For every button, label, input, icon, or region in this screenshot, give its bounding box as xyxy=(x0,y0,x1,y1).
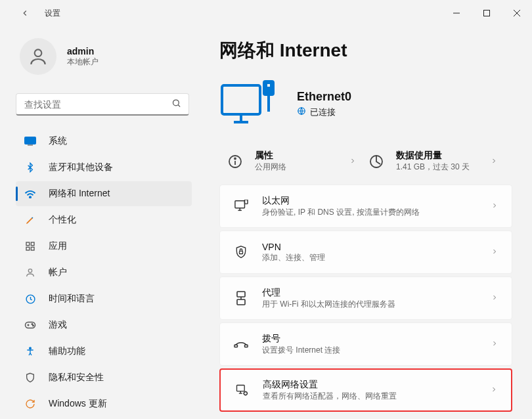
data-usage-sub: 1.41 GB，过去 30 天 xyxy=(396,162,470,173)
setting-vpn[interactable]: VPN 添加、连接、管理 xyxy=(219,231,512,274)
nav-time-language[interactable]: 时间和语言 xyxy=(16,286,192,311)
nav-label: 蓝牙和其他设备 xyxy=(49,162,113,173)
nav-label: 隐私和安全性 xyxy=(49,372,104,384)
chevron-right-icon xyxy=(490,384,498,396)
svg-rect-12 xyxy=(26,247,30,250)
svg-rect-36 xyxy=(244,200,248,204)
window-controls xyxy=(441,3,532,24)
svg-rect-37 xyxy=(240,251,243,254)
svg-point-31 xyxy=(234,158,236,159)
sidebar: admin 本地帐户 系统 蓝牙和其他设备 网络和 Internet xyxy=(16,26,213,419)
system-icon xyxy=(24,135,37,148)
page-title: 网络和 Internet xyxy=(219,38,512,63)
data-usage-card[interactable]: 数据使用量 1.41 GB，过去 30 天 xyxy=(366,150,507,173)
connection-state: 已连接 xyxy=(310,106,336,118)
svg-rect-26 xyxy=(266,83,271,88)
nav-label: Windows 更新 xyxy=(49,398,107,410)
nav-system[interactable]: 系统 xyxy=(16,129,192,154)
nav-gaming[interactable]: 游戏 xyxy=(16,313,192,338)
ethernet-icon xyxy=(233,198,249,214)
chevron-right-icon xyxy=(490,156,507,167)
window-title: 设置 xyxy=(45,8,60,19)
setting-advanced-network[interactable]: 高级网络设置 查看所有网络适配器，网络、网络重置 xyxy=(219,368,512,412)
ethernet-monitor-icon xyxy=(219,76,278,131)
nav-privacy[interactable]: 隐私和安全性 xyxy=(16,365,192,390)
nav-label: 时间和语言 xyxy=(49,293,95,305)
svg-rect-8 xyxy=(28,144,33,146)
svg-line-6 xyxy=(178,105,180,107)
svg-rect-33 xyxy=(235,201,245,208)
svg-rect-22 xyxy=(222,85,260,114)
setting-title: 代理 xyxy=(262,287,395,299)
nav-label: 网络和 Internet xyxy=(49,188,110,200)
svg-point-46 xyxy=(244,392,247,395)
nav-label: 辅助功能 xyxy=(49,345,85,357)
setting-ethernet[interactable]: 以太网 身份验证, IP 和 DNS 设置, 按流量计费的网络 xyxy=(219,185,512,228)
nav-personalization[interactable]: 个性化 xyxy=(16,208,192,232)
setting-dialup[interactable]: 拨号 设置拨号 Internet 连接 xyxy=(219,322,512,366)
svg-rect-38 xyxy=(237,292,245,297)
setting-sub: 用于 Wi-Fi 和以太网连接的代理服务器 xyxy=(262,299,395,310)
search-icon xyxy=(171,99,181,111)
advanced-network-icon xyxy=(234,382,250,398)
svg-point-9 xyxy=(30,196,31,198)
chevron-right-icon xyxy=(491,246,499,258)
svg-point-14 xyxy=(28,269,32,273)
wifi-icon xyxy=(24,187,37,200)
search-box xyxy=(16,93,189,116)
nav-apps[interactable]: 应用 xyxy=(16,234,192,259)
titlebar: 设置 xyxy=(0,0,532,26)
setting-sub: 设置拨号 Internet 连接 xyxy=(262,345,340,356)
nav-label: 系统 xyxy=(49,135,67,147)
setting-proxy[interactable]: 代理 用于 Wi-Fi 和以太网连接的代理服务器 xyxy=(219,276,512,320)
svg-point-20 xyxy=(33,325,34,326)
setting-sub: 身份验证, IP 和 DNS 设置, 按流量计费的网络 xyxy=(262,207,420,218)
gaming-icon xyxy=(24,319,37,332)
vpn-shield-icon xyxy=(233,244,249,260)
globe-icon xyxy=(297,106,306,118)
avatar xyxy=(20,38,56,75)
setting-sub: 添加、连接、管理 xyxy=(262,252,325,263)
proxy-icon xyxy=(233,290,249,306)
search-input[interactable] xyxy=(16,93,189,116)
close-button[interactable] xyxy=(502,3,532,24)
setting-title: 以太网 xyxy=(262,195,420,207)
settings-list: 以太网 身份验证, IP 和 DNS 设置, 按流量计费的网络 VPN 添加、连… xyxy=(219,185,512,412)
chevron-right-icon xyxy=(349,156,366,167)
maximize-button[interactable] xyxy=(472,3,502,24)
svg-rect-43 xyxy=(237,386,245,391)
apps-icon xyxy=(24,240,37,253)
svg-rect-42 xyxy=(245,345,248,347)
nav-label: 游戏 xyxy=(49,319,67,331)
minimize-button[interactable] xyxy=(441,3,472,24)
shield-icon xyxy=(24,371,37,384)
svg-point-5 xyxy=(173,100,179,106)
nav: 系统 蓝牙和其他设备 网络和 Internet 个性化 应用 帐户 xyxy=(16,129,213,416)
nav-network[interactable]: 网络和 Internet xyxy=(16,181,192,206)
nav-bluetooth[interactable]: 蓝牙和其他设备 xyxy=(16,155,192,180)
setting-sub: 查看所有网络适配器，网络、网络重置 xyxy=(263,391,397,402)
user-sub: 本地帐户 xyxy=(67,56,99,68)
content: 网络和 Internet Ethernet0 已连接 xyxy=(213,26,525,419)
svg-rect-7 xyxy=(24,137,36,144)
svg-rect-1 xyxy=(484,11,490,16)
bluetooth-icon xyxy=(24,161,37,174)
nav-accounts[interactable]: 帐户 xyxy=(16,260,192,285)
properties-title: 属性 xyxy=(255,150,286,162)
svg-rect-11 xyxy=(31,242,34,246)
person-icon xyxy=(24,266,37,279)
nav-accessibility[interactable]: 辅助功能 xyxy=(16,339,192,364)
setting-title: 拨号 xyxy=(262,333,340,345)
connection-status: Ethernet0 已连接 xyxy=(219,76,512,131)
chevron-right-icon xyxy=(491,292,499,304)
globe-time-icon xyxy=(24,292,37,305)
data-usage-title: 数据使用量 xyxy=(396,150,470,162)
nav-label: 应用 xyxy=(49,240,67,252)
back-button[interactable] xyxy=(18,7,32,20)
setting-title: 高级网络设置 xyxy=(263,379,397,391)
nav-update[interactable]: Windows 更新 xyxy=(16,391,192,416)
user-block[interactable]: admin 本地帐户 xyxy=(16,38,213,75)
properties-row: 属性 公用网络 数据使用量 1.41 GB，过去 30 天 xyxy=(219,142,512,185)
properties-card[interactable]: 属性 公用网络 xyxy=(225,150,366,173)
setting-title: VPN xyxy=(262,242,325,252)
